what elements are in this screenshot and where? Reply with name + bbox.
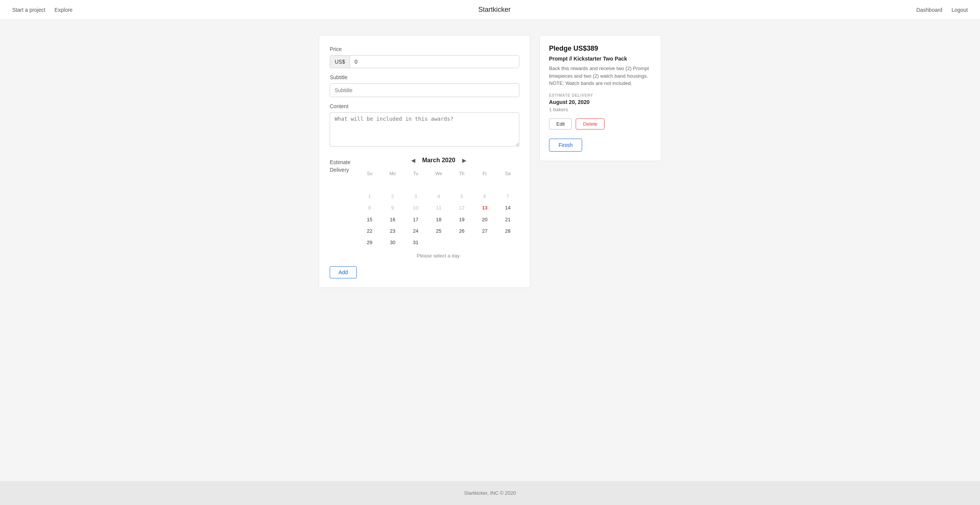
cal-day-3[interactable]: 3 [404,191,427,202]
cal-day-2[interactable]: 2 [381,191,404,202]
nav-right: Dashboard Logout [916,7,968,13]
cal-day[interactable] [473,179,496,191]
cal-day-19[interactable]: 19 [450,214,473,225]
cal-day-21[interactable]: 21 [496,214,519,225]
cal-week-5: 22 23 24 25 26 27 28 [358,225,519,237]
edit-button[interactable]: Edit [549,118,572,129]
delivery-date: August 20, 2020 [549,99,652,105]
cal-header-we: We [427,169,450,178]
cal-day-18[interactable]: 18 [427,214,450,225]
cal-day-9[interactable]: 9 [381,202,404,214]
cal-week-3: 8 9 10 11 12 13 14 [358,202,519,214]
cal-day[interactable] [381,179,404,191]
finish-button[interactable]: Finish [549,139,582,152]
cal-day-4[interactable]: 4 [427,191,450,202]
cal-day-17[interactable]: 17 [404,214,427,225]
nav-brand: Startkicker [478,6,511,14]
cal-header-sa: Sa [496,169,519,178]
subtitle-label: Subtitle [330,74,519,80]
cal-header-tu: Tu [404,169,427,178]
reward-name: Prompt // Kickstarter Two Pack [549,56,652,62]
footer: Startkicker, INC © 2020 [0,481,980,505]
cal-day[interactable] [427,179,450,191]
calendar-month-title: March 2020 [422,157,455,164]
cal-day[interactable] [450,179,473,191]
subtitle-input[interactable] [330,83,519,97]
bakers-count: 1 bakers [549,107,652,112]
cal-day-empty [450,237,473,248]
cal-select-message: Please select a day. [358,253,519,259]
estimate-delivery-label: ESTIMATE DELIVERY [549,93,652,97]
cal-day-7[interactable]: 7 [496,191,519,202]
cal-day-20[interactable]: 20 [473,214,496,225]
cal-day-28[interactable]: 28 [496,225,519,237]
cal-prev-button[interactable]: ◀ [409,156,418,165]
footer-text: Startkicker, INC © 2020 [464,490,516,496]
currency-tag: US$ [330,56,350,68]
cal-day-31[interactable]: 31 [404,237,427,248]
cal-header-su: Su [358,169,381,178]
cal-week-2: 1 2 3 4 5 6 7 [358,191,519,202]
estimate-section: EstimateDelivery ◀ March 2020 ▶ Su Mo Tu… [330,156,519,259]
cal-day-24[interactable]: 24 [404,225,427,237]
cal-day-headers: Su Mo Tu We Th Fr Sa [358,169,519,178]
cal-day-14[interactable]: 14 [496,202,519,214]
price-input[interactable] [350,56,519,68]
cal-week-6: 29 30 31 [358,237,519,248]
main-content: Price US$ Subtitle Content EstimateDeliv… [0,20,980,481]
cal-day-10[interactable]: 10 [404,202,427,214]
cal-day-empty [496,237,519,248]
pledge-title: Pledge US$389 [549,45,652,53]
cal-day[interactable] [358,179,381,191]
content-label: Content [330,103,519,109]
cal-day-empty [427,237,450,248]
cal-next-button[interactable]: ▶ [460,156,469,165]
cal-day-26[interactable]: 26 [450,225,473,237]
right-panel: Pledge US$389 Prompt // Kickstarter Two … [539,35,661,161]
cal-day-27[interactable]: 27 [473,225,496,237]
left-panel: Price US$ Subtitle Content EstimateDeliv… [319,35,530,288]
price-row: US$ [330,55,519,68]
cal-day-22[interactable]: 22 [358,225,381,237]
cal-header-mo: Mo [381,169,404,178]
estimate-delivery-label: EstimateDelivery [330,159,350,174]
add-button[interactable]: Add [330,266,357,278]
nav-left: Start a project Explore [12,7,73,13]
price-label: Price [330,46,519,52]
cal-header-fr: Fr [473,169,496,178]
cal-week-1 [358,179,519,191]
action-row: Edit Delete [549,118,652,129]
cal-day-1[interactable]: 1 [358,191,381,202]
cal-day-25[interactable]: 25 [427,225,450,237]
cal-week-4: 15 16 17 18 19 20 21 [358,214,519,225]
cal-day-6[interactable]: 6 [473,191,496,202]
reward-desc: Back this rewards and receive two (2) Pr… [549,65,652,87]
cal-day-29[interactable]: 29 [358,237,381,248]
nav-start-project[interactable]: Start a project [12,7,45,13]
cal-header-th: Th [450,169,473,178]
cal-day[interactable] [496,179,519,191]
content-textarea[interactable] [330,112,519,147]
calendar-wrapper: ◀ March 2020 ▶ Su Mo Tu We Th Fr Sa [358,156,519,259]
cal-day-12[interactable]: 12 [450,202,473,214]
cal-day-8[interactable]: 8 [358,202,381,214]
nav-logout[interactable]: Logout [951,7,968,13]
calendar-grid: Su Mo Tu We Th Fr Sa [358,169,519,248]
cal-day-23[interactable]: 23 [381,225,404,237]
cal-day-16[interactable]: 16 [381,214,404,225]
content-wrapper: Price US$ Subtitle Content EstimateDeliv… [319,35,661,466]
navbar: Start a project Explore Startkicker Dash… [0,0,980,20]
nav-dashboard[interactable]: Dashboard [916,7,943,13]
calendar-header: ◀ March 2020 ▶ [358,156,519,165]
cal-day-5[interactable]: 5 [450,191,473,202]
cal-day-empty [473,237,496,248]
cal-day-11[interactable]: 11 [427,202,450,214]
nav-explore[interactable]: Explore [54,7,72,13]
delete-button[interactable]: Delete [576,118,605,129]
cal-day-30[interactable]: 30 [381,237,404,248]
cal-day-13[interactable]: 13 [473,202,496,214]
cal-day[interactable] [404,179,427,191]
cal-day-15[interactable]: 15 [358,214,381,225]
